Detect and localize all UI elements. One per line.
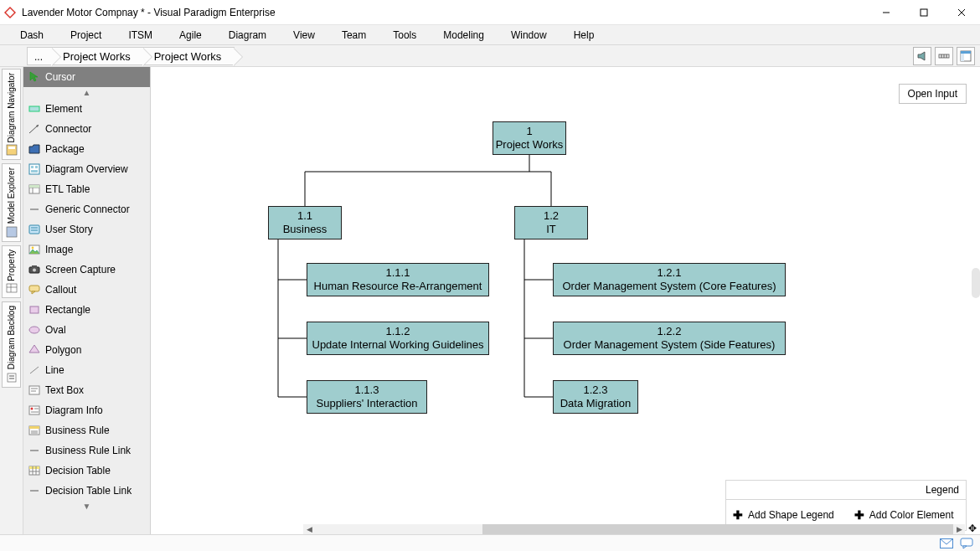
palette-item-screen-capture[interactable]: Screen Capture <box>23 260 150 280</box>
right-collapse-handle[interactable] <box>972 268 980 298</box>
wbs-node-id: 1 <box>493 125 565 138</box>
menu-dash[interactable]: Dash <box>7 27 57 44</box>
business-rule-link-icon <box>28 445 40 456</box>
svg-rect-80 <box>961 538 972 546</box>
palette-item-element[interactable]: Element <box>23 99 150 119</box>
menu-modeling[interactable]: Modeling <box>430 27 498 44</box>
user-story-icon <box>28 224 40 235</box>
scroll-left-icon[interactable]: ◀ <box>303 525 315 533</box>
element-icon <box>28 103 40 115</box>
wbs-node-1-2-1[interactable]: 1.2.1Order Management System (Core Featu… <box>553 263 786 296</box>
move-grip-icon[interactable]: ✥ <box>965 523 980 534</box>
palette-item-diagram-overview[interactable]: Diagram Overview <box>23 159 150 179</box>
palette-item-business-rule[interactable]: Business Rule <box>23 420 150 440</box>
etl-table-icon <box>28 183 40 195</box>
cursor-icon <box>28 71 40 83</box>
breadcrumb-bar: ... Project Works Project Works <box>0 45 980 67</box>
scroll-right-icon[interactable]: ▶ <box>953 525 965 533</box>
wbs-node-id: 1.1 <box>269 209 341 223</box>
wbs-node-1-1-1[interactable]: 1.1.1Human Resource Re-Arrangement <box>307 263 489 296</box>
palette-item-polygon[interactable]: Polygon <box>23 340 150 360</box>
menu-project[interactable]: Project <box>57 27 115 44</box>
palette-item-label: Element <box>45 103 82 115</box>
menu-diagram[interactable]: Diagram <box>215 27 280 44</box>
minimize-button[interactable] <box>867 0 905 25</box>
open-input-button[interactable]: Open Input <box>899 84 967 104</box>
announce-icon[interactable] <box>913 47 931 65</box>
wbs-node-1-1[interactable]: 1.1Business <box>268 206 342 239</box>
menu-view[interactable]: View <box>280 27 328 44</box>
palette-up-icon[interactable]: ▲ <box>23 87 150 99</box>
horizontal-scrollbar[interactable]: ◀ ▶ <box>303 524 965 534</box>
palette-item-decision-table[interactable]: Decision Table <box>23 461 150 481</box>
menu-itsm[interactable]: ITSM <box>115 27 166 44</box>
palette-item-user-story[interactable]: User Story <box>23 219 150 239</box>
menu-agile[interactable]: Agile <box>166 27 215 44</box>
palette-item-cursor[interactable]: Cursor <box>23 67 150 87</box>
svg-rect-35 <box>29 225 39 234</box>
palette-item-package[interactable]: Package <box>23 139 150 159</box>
palette-item-label: Decision Table <box>45 465 111 476</box>
menu-team[interactable]: Team <box>328 27 379 44</box>
svg-rect-12 <box>961 54 964 61</box>
vtab-diagram-navigator[interactable]: Diagram Navigator <box>2 69 21 160</box>
package-icon <box>28 143 40 155</box>
wbs-node-1[interactable]: 1Project Works <box>493 121 566 155</box>
wbs-node-label: Update Internal Working Guidelines <box>307 338 488 352</box>
vtab-model-explorer[interactable]: Model Explorer <box>2 163 21 241</box>
palette-item-connector[interactable]: Connector <box>23 119 150 139</box>
svg-rect-28 <box>35 166 38 168</box>
wbs-node-1-1-3[interactable]: 1.1.3Suppliers' Interaction <box>307 380 427 414</box>
wbs-node-1-2-3[interactable]: 1.2.3Data Migration <box>553 380 638 414</box>
svg-rect-11 <box>961 51 971 54</box>
vertical-tabs: Diagram Navigator Model Explorer Propert… <box>0 67 23 534</box>
scroll-thumb[interactable] <box>482 524 953 534</box>
ruler-icon[interactable] <box>935 47 953 65</box>
menu-tools[interactable]: Tools <box>379 27 430 44</box>
wbs-node-id: 1.2.1 <box>554 266 785 280</box>
wbs-node-id: 1.2 <box>515 209 587 223</box>
wbs-node-label: Order Management System (Core Features) <box>554 280 785 293</box>
panel-layout-icon[interactable] <box>957 47 975 65</box>
palette-item-label: Generic Connector <box>45 203 130 215</box>
wbs-node-1-2[interactable]: 1.2IT <box>514 206 588 239</box>
wbs-node-id: 1.2.3 <box>554 384 637 397</box>
palette-item-image[interactable]: Image <box>23 239 150 260</box>
canvas-area[interactable]: 1Project Works1.1Business1.1.1Human Reso… <box>151 67 980 534</box>
plus-icon: ✚ <box>854 508 864 522</box>
wbs-node-id: 1.1.3 <box>307 384 426 397</box>
wbs-node-id: 1.1.2 <box>307 325 488 338</box>
palette-item-label: Cursor <box>45 71 75 83</box>
palette-item-generic-connector[interactable]: Generic Connector <box>23 199 150 219</box>
palette-item-text-box[interactable]: Text Box <box>23 380 150 400</box>
vtab-diagram-backlog[interactable]: Diagram Backlog <box>2 301 21 387</box>
palette-item-business-rule-link[interactable]: Business Rule Link <box>23 440 150 461</box>
palette-item-line[interactable]: Line <box>23 360 150 380</box>
palette-item-oval[interactable]: Oval <box>23 320 150 340</box>
palette-more-down-icon[interactable]: ▼ <box>23 501 150 512</box>
palette-item-label: Image <box>45 244 73 255</box>
palette-item-decision-table-link[interactable]: Decision Table Link <box>23 481 150 501</box>
palette-item-callout[interactable]: Callout <box>23 280 150 300</box>
vtab-property[interactable]: Property <box>2 245 21 299</box>
wbs-node-label: IT <box>515 223 587 236</box>
wbs-node-label: Project Works <box>493 138 565 152</box>
palette-item-diagram-info[interactable]: Diagram Info <box>23 400 150 420</box>
title-bar: Lavender Motor Compnay * - Visual Paradi… <box>0 0 980 25</box>
palette-item-etl-table[interactable]: ETL Table <box>23 179 150 199</box>
menu-window[interactable]: Window <box>498 27 560 44</box>
mail-icon[interactable] <box>940 538 953 549</box>
wbs-node-1-2-2[interactable]: 1.2.2Order Management System (Side Featu… <box>553 322 786 355</box>
message-icon[interactable] <box>960 538 973 549</box>
svg-rect-29 <box>31 170 38 173</box>
legend-panel: Legend ✚Add Shape Legend ✚Add Color Elem… <box>725 480 967 531</box>
palette-item-label: Business Rule <box>45 425 110 436</box>
menu-help[interactable]: Help <box>560 27 608 44</box>
business-rule-icon <box>28 425 40 436</box>
wbs-node-1-1-2[interactable]: 1.1.2Update Internal Working Guidelines <box>307 322 489 355</box>
palette-item-rectangle[interactable]: Rectangle <box>23 300 150 320</box>
svg-rect-27 <box>31 166 34 168</box>
close-button[interactable] <box>942 0 980 25</box>
maximize-button[interactable] <box>905 0 942 25</box>
oval-icon <box>28 324 40 336</box>
